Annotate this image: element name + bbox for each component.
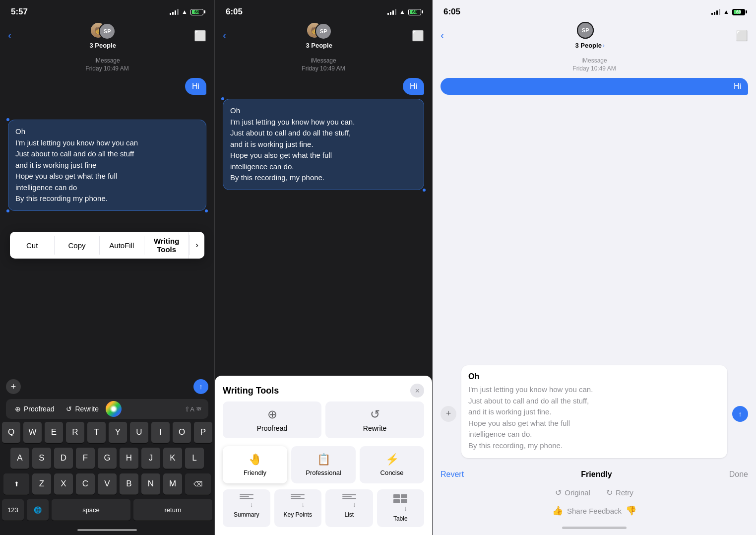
list-btn[interactable]: ↓ List: [325, 489, 373, 527]
key-o[interactable]: O: [173, 422, 191, 443]
share-feedback-label[interactable]: Share Feedback: [567, 507, 622, 515]
key-shift[interactable]: ⬆: [3, 473, 29, 494]
key-u[interactable]: U: [130, 422, 148, 443]
original-button[interactable]: ↺ Original: [555, 488, 590, 497]
professional-btn[interactable]: 📋 Professional: [291, 446, 356, 483]
done-button[interactable]: Done: [729, 470, 748, 479]
bubble-hi-2: Hi: [403, 78, 424, 95]
draft-bubble-1[interactable]: Oh I'm just letting you know how you can…: [8, 120, 206, 211]
key-s[interactable]: S: [32, 448, 51, 468]
key-return[interactable]: return: [133, 499, 212, 520]
summary-btn[interactable]: ↓ Summary: [223, 489, 270, 527]
friendly-btn[interactable]: 🤚 Friendly: [223, 446, 287, 483]
selection-handle-bl: [5, 208, 10, 213]
summary-icon: ↓: [240, 494, 253, 508]
rewrite-sheet-icon: ↺: [370, 407, 380, 421]
retry-button[interactable]: ↻ Retry: [606, 488, 633, 497]
key-row-1: Q W E R T Y U I O P: [2, 422, 212, 443]
nav-bar-2: ‹ 🧑 SP 3 People ⬜: [215, 20, 432, 53]
key-c[interactable]: C: [76, 473, 95, 494]
key-h[interactable]: H: [120, 448, 138, 468]
key-x[interactable]: X: [54, 473, 73, 494]
send-button-1[interactable]: ↑: [193, 379, 208, 394]
status-bar-2: 6:05 ▲ 69: [215, 0, 432, 20]
key-delete[interactable]: ⌫: [185, 473, 211, 494]
list-icon: ↓: [342, 494, 356, 508]
video-button-2[interactable]: ⬜: [412, 30, 424, 42]
rewrite-quick-btn[interactable]: ↺ Rewrite: [61, 402, 103, 416]
proofread-icon: ⊕: [15, 405, 21, 413]
context-autofill[interactable]: AutoFill: [100, 236, 144, 255]
home-indicator-3: [562, 527, 627, 529]
message-area-1: iMessage Friday 10:49 AM Hi Cut Copy Aut…: [0, 53, 214, 376]
rewrite-sheet-btn[interactable]: ↺ Rewrite: [325, 401, 424, 438]
key-z[interactable]: Z: [32, 473, 51, 494]
home-indicator-1: [77, 529, 137, 531]
nav-chevron-3: ›: [603, 42, 605, 49]
plus-button-1[interactable]: +: [6, 379, 21, 394]
back-button-3[interactable]: ‹: [441, 29, 444, 42]
key-t[interactable]: T: [87, 422, 106, 443]
key-b[interactable]: B: [120, 473, 138, 494]
key-space[interactable]: space: [52, 499, 130, 520]
bubble-hi-1: Hi: [185, 78, 206, 95]
key-a[interactable]: A: [10, 448, 29, 468]
key-i[interactable]: I: [151, 422, 170, 443]
back-button-1[interactable]: ‹: [8, 29, 11, 42]
input-toolbar-1: + ↑: [0, 376, 214, 397]
keypoints-btn[interactable]: ↓ Key Points: [274, 489, 322, 527]
result-text-area[interactable]: Oh I'm just letting you know how you can…: [461, 365, 727, 458]
key-l[interactable]: L: [185, 448, 204, 468]
context-more[interactable]: ›: [189, 235, 204, 255]
video-button-3[interactable]: ⬜: [736, 30, 748, 42]
message-area-2: iMessage Friday 10:49 AM Hi Oh I'm just …: [215, 53, 432, 376]
concise-btn[interactable]: ⚡ Concise: [360, 446, 424, 483]
proofread-sheet-btn[interactable]: ⊕ Proofread: [223, 401, 321, 438]
sheet-close-button[interactable]: ✕: [410, 384, 424, 398]
friendly-icon: 🤚: [249, 453, 262, 466]
revert-button[interactable]: Revert: [441, 470, 464, 479]
key-m[interactable]: M: [163, 473, 182, 494]
nav-bar-3: ‹ 🧑 SP 3 People › ⬜: [433, 20, 756, 53]
thumbs-up-icon[interactable]: 👍: [552, 505, 563, 516]
friendly-label: Friendly: [244, 469, 266, 476]
back-button-2[interactable]: ‹: [223, 29, 226, 42]
key-123[interactable]: 123: [2, 499, 24, 520]
key-r[interactable]: R: [66, 422, 84, 443]
context-copy[interactable]: Copy: [55, 236, 99, 255]
proofread-quick-btn[interactable]: ⊕ Proofread: [10, 402, 59, 416]
key-y[interactable]: Y: [109, 422, 127, 443]
sheet-tools-row: ⊕ Proofread ↺ Rewrite: [215, 401, 432, 446]
abc-btn-1[interactable]: ⇧A क: [182, 403, 204, 415]
plus-button-3[interactable]: +: [441, 406, 456, 422]
key-j[interactable]: J: [141, 448, 160, 468]
context-menu-1[interactable]: Cut Copy AutoFill Writing Tools ›: [10, 232, 204, 259]
writing-tools-icon-1[interactable]: [106, 401, 122, 417]
key-n[interactable]: N: [141, 473, 160, 494]
sheet-handle-row: Writing Tools ✕: [215, 376, 432, 401]
signal-icon-3: [711, 9, 720, 15]
draft-bubble-2[interactable]: Oh I'm just letting you know how you can…: [223, 99, 424, 190]
key-g[interactable]: G: [98, 448, 117, 468]
keypoints-label: Key Points: [284, 511, 312, 518]
context-writing-tools[interactable]: Writing Tools: [144, 232, 189, 259]
key-emoji[interactable]: 🌐: [27, 499, 49, 520]
key-q[interactable]: Q: [2, 422, 20, 443]
draft-area-2: Oh I'm just letting you know how you can…: [223, 99, 424, 190]
key-f[interactable]: F: [76, 448, 95, 468]
key-e[interactable]: E: [45, 422, 63, 443]
key-w[interactable]: W: [23, 422, 42, 443]
context-cut[interactable]: Cut: [10, 236, 55, 255]
status-bar-3: 6:05 ▲ 69: [433, 0, 756, 20]
lang-label: क: [196, 405, 201, 413]
key-p[interactable]: P: [194, 422, 212, 443]
table-btn[interactable]: ↓ Table: [377, 489, 425, 527]
send-button-3[interactable]: ↑: [732, 406, 748, 422]
key-d[interactable]: D: [54, 448, 73, 468]
thumbs-down-icon[interactable]: 👎: [626, 505, 636, 516]
video-button-1[interactable]: ⬜: [194, 30, 206, 42]
key-k[interactable]: K: [163, 448, 182, 468]
table-label: Table: [393, 515, 408, 522]
key-v[interactable]: V: [98, 473, 117, 494]
wifi-icon-1: ▲: [182, 8, 188, 15]
